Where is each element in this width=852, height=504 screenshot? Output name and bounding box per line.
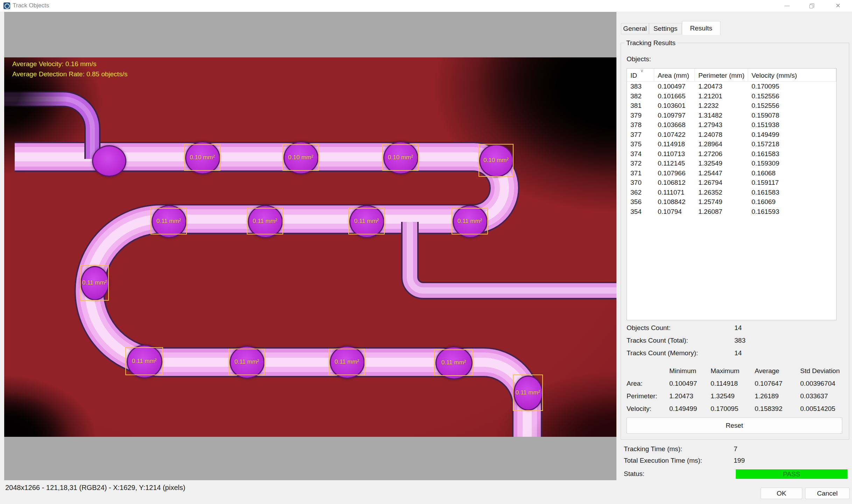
stats-column-header: Average [755,367,779,375]
table-row[interactable]: 3790.1097971.314820.159078 [627,111,836,120]
table-row[interactable]: 3810.1036011.22320.152556 [627,101,836,111]
tracking-box[interactable]: 0.10 mm² [184,144,221,171]
cell: 0.110713 [654,149,695,159]
table-row[interactable]: 3740.1107131.272060.161583 [627,149,836,159]
app-icon [4,2,10,9]
tab-results[interactable]: Results [682,21,720,35]
area-label: 0.11 mm² [441,359,466,366]
cell: 1.2232 [695,101,748,111]
area-label: 0.10 mm² [388,154,413,161]
column-header-1[interactable]: Area (mm) [654,69,695,81]
count-value: 14 [734,349,742,357]
tracking-box[interactable]: 0.11 mm² [329,349,365,375]
table-row[interactable]: 3750.1149181.289640.157218 [627,139,836,149]
area-label: 0.11 mm² [235,358,259,365]
tab-general[interactable]: General [621,23,649,34]
cell: 0.161593 [748,207,836,217]
tracking-box[interactable]: 0.11 mm² [434,349,473,376]
stats-column-header: Minimum [669,367,696,375]
avg-detection-rate-overlay: Average Detection Rate: 0.85 objects/s [12,70,127,78]
groupbox-title: Tracking Results [624,39,677,47]
objects-table[interactable]: IDArea (mm)Perimeter (mm)Velocity (mm/s)… [627,68,837,320]
camera-image: 0.10 mm²0.10 mm²0.10 mm²0.10 mm²0.11 mm²… [4,57,616,437]
tracking-box[interactable]: 0.11 mm² [348,208,385,234]
cell: 0.107966 [654,168,695,178]
restore-button[interactable] [800,0,823,12]
cell: 374 [627,149,654,159]
table-header[interactable]: IDArea (mm)Perimeter (mm)Velocity (mm/s)… [627,69,836,82]
tracking-box[interactable]: 0.11 mm² [80,265,109,301]
title-bar: Track Objects ✕ [0,0,852,12]
cell: 0.103668 [654,120,695,130]
table-row[interactable]: 3780.1036681.279430.151938 [627,120,836,130]
count-value: 14 [734,324,742,332]
reset-button[interactable]: Reset [627,418,842,434]
cell: 0.159117 [748,178,836,188]
table-row[interactable]: 3710.1079661.254470.16068 [627,168,836,178]
stats-column-header: Std Deviation [800,367,840,375]
table-row[interactable]: 3820.1016651.212010.152556 [627,91,836,101]
tracking-box[interactable]: 0.10 mm² [282,144,319,171]
cell: 379 [627,111,654,120]
area-label: 0.11 mm² [82,279,107,286]
stats-value: 0.149499 [669,405,697,413]
cell: 0.109797 [654,111,695,120]
stats-value: 0.033637 [800,392,828,400]
cell: 0.161583 [748,188,836,197]
area-label: 0.10 mm² [483,157,509,164]
tab-settings[interactable]: Settings [649,23,682,34]
cell: 0.16069 [748,197,836,207]
count-row: Tracks Count (Memory):14 [627,349,847,360]
table-row[interactable]: 3540.107941.260870.161593 [627,207,836,217]
count-label: Objects Count: [627,324,671,332]
column-header-3[interactable]: Velocity (mm/s) [748,69,836,81]
table-row[interactable]: 3830.1004971.204730.170095 [627,82,836,91]
count-label: Tracks Count (Memory): [627,349,698,357]
table-row[interactable]: 3720.1121451.325490.159309 [627,159,836,168]
count-row: Tracks Count (Total):383 [627,337,847,347]
image-display[interactable]: 0.10 mm²0.10 mm²0.10 mm²0.10 mm²0.11 mm²… [4,12,616,480]
tracking-box[interactable]: 0.10 mm² [382,144,419,171]
ok-button[interactable]: OK [761,488,802,499]
tracking-box[interactable]: 0.11 mm² [247,208,283,234]
tracking-box[interactable]: 0.10 mm² [479,144,514,177]
cell: 1.28964 [695,139,748,149]
table-row[interactable]: 3700.1068121.267940.159117 [627,178,836,188]
column-header-2[interactable]: Perimeter (mm) [695,69,748,81]
stats-value: 0.158392 [755,405,782,413]
stats-value: 1.32549 [711,392,735,400]
cell: 0.161583 [748,149,836,159]
stats-value: 0.114918 [711,380,738,387]
tracking-box[interactable]: 0.11 mm² [151,208,187,234]
close-button[interactable]: ✕ [827,0,849,12]
cell: 1.27206 [695,149,748,159]
cell: 370 [627,178,654,188]
table-row[interactable]: 3620.1110711.263520.161583 [627,188,836,197]
cell: 1.24078 [695,130,748,140]
cell: 0.114918 [654,139,695,149]
area-label: 0.11 mm² [156,218,181,225]
minimize-icon [784,6,790,6]
area-label: 0.11 mm² [335,358,359,365]
cell: 383 [627,82,654,91]
cell: 375 [627,139,654,149]
stats-column-header: Maximum [711,367,739,375]
status-badge: PASS [736,469,847,479]
cancel-button[interactable]: Cancel [805,488,850,499]
cell: 371 [627,168,654,178]
tracking-box[interactable]: 0.11 mm² [125,347,163,375]
area-label: 0.11 mm² [354,218,379,225]
cell: 378 [627,120,654,130]
minimize-button[interactable] [776,0,798,12]
stats-value: 1.26189 [755,392,779,400]
timing-value: 199 [734,457,745,464]
tracking-box[interactable]: 0.11 mm² [513,374,543,411]
cell: 1.26087 [695,207,748,217]
table-row[interactable]: 3560.1088421.257490.16069 [627,197,836,207]
cell: 0.159078 [748,111,836,120]
tracking-box[interactable]: 0.11 mm² [452,208,488,234]
cell: 1.26794 [695,178,748,188]
tracking-box[interactable]: 0.11 mm² [229,349,265,375]
table-row[interactable]: 3770.1074221.240780.149499 [627,130,836,140]
timing-row: Total Execution Time (ms):199 [624,457,848,467]
